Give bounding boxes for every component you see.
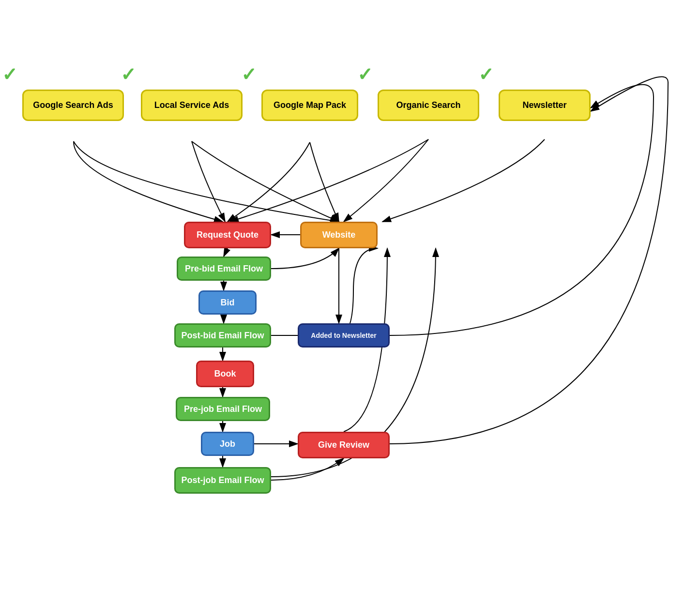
prejob-email-node[interactable]: Pre-job Email Flow [176, 397, 270, 421]
checkmark-local-service: ✓ [121, 65, 136, 84]
google-search-ads-label: Google Search Ads [33, 100, 113, 110]
prebid-email-label: Pre-bid Email Flow [185, 264, 263, 274]
website-node[interactable]: Website [300, 222, 378, 248]
postjob-email-label: Post-job Email Flow [181, 475, 264, 485]
added-to-newsletter-node[interactable]: Added to Newsletter [298, 323, 390, 348]
bid-label: Bid [221, 298, 235, 308]
website-label: Website [322, 230, 356, 240]
bid-node[interactable]: Bid [198, 290, 257, 315]
checkmark-map-pack: ✓ [241, 65, 257, 84]
prebid-email-node[interactable]: Pre-bid Email Flow [177, 257, 271, 281]
newsletter-node[interactable]: Newsletter [499, 90, 591, 121]
give-review-label: Give Review [318, 440, 369, 450]
book-node[interactable]: Book [196, 361, 254, 387]
checkmark-newsletter: ✓ [478, 65, 494, 84]
google-search-ads-node[interactable]: Google Search Ads [22, 90, 124, 121]
organic-search-node[interactable]: Organic Search [378, 90, 479, 121]
google-map-pack-node[interactable]: Google Map Pack [261, 90, 358, 121]
organic-search-label: Organic Search [396, 100, 460, 110]
checkmark-organic: ✓ [357, 65, 373, 84]
newsletter-label: Newsletter [522, 100, 566, 110]
added-to-newsletter-label: Added to Newsletter [311, 332, 376, 339]
diagram-container: ✓ Google Search Ads ✓ Local Service Ads … [0, 0, 700, 605]
postbid-email-label: Post-bid Email Flow [181, 331, 264, 341]
prejob-email-label: Pre-job Email Flow [184, 404, 262, 414]
postjob-email-node[interactable]: Post-job Email Flow [174, 467, 271, 494]
job-label: Job [220, 439, 235, 449]
request-quote-node[interactable]: Request Quote [184, 222, 271, 248]
job-node[interactable]: Job [201, 432, 254, 456]
postbid-email-node[interactable]: Post-bid Email Flow [174, 323, 271, 348]
book-label: Book [214, 369, 236, 379]
local-service-ads-node[interactable]: Local Service Ads [141, 90, 243, 121]
google-map-pack-label: Google Map Pack [274, 100, 346, 110]
give-review-node[interactable]: Give Review [298, 432, 390, 458]
local-service-ads-label: Local Service Ads [154, 100, 229, 110]
request-quote-label: Request Quote [197, 230, 259, 240]
checkmark-google-search: ✓ [2, 65, 17, 84]
